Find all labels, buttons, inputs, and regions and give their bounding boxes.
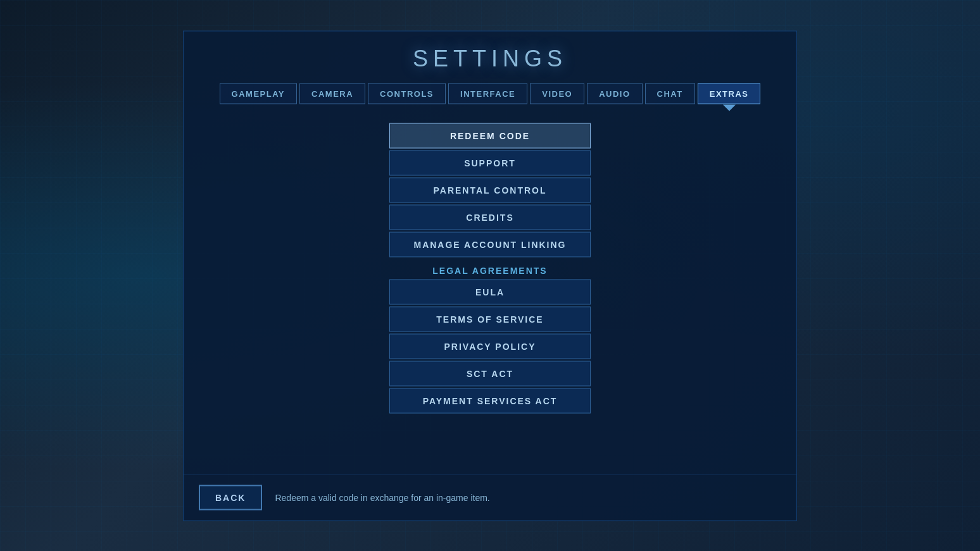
tab-interface[interactable]: INTERFACE bbox=[448, 83, 527, 104]
tab-chat[interactable]: CHAT bbox=[645, 83, 695, 104]
content-area: REDEEM CODESUPPORTPARENTAL CONTROLCREDIT… bbox=[184, 110, 796, 474]
settings-panel: SETTINGS GAMEPLAYCAMERACONTROLSINTERFACE… bbox=[183, 30, 797, 521]
menu-item-terms-of-service[interactable]: TERMS OF SERVICE bbox=[389, 306, 591, 331]
menu-item-credits[interactable]: CREDITS bbox=[389, 204, 591, 230]
tab-camera[interactable]: CAMERA bbox=[299, 83, 365, 104]
menu-item-support[interactable]: SUPPORT bbox=[389, 150, 591, 175]
menu-item-parental-control[interactable]: PARENTAL CONTROL bbox=[389, 177, 591, 202]
tab-controls[interactable]: CONTROLS bbox=[368, 83, 446, 104]
tab-audio[interactable]: AUDIO bbox=[587, 83, 642, 104]
legal-agreements-label: LEGAL AGREEMENTS bbox=[432, 265, 547, 275]
menu-item-privacy-policy[interactable]: PRIVACY POLICY bbox=[389, 333, 591, 359]
menu-item-payment-services-act[interactable]: PAYMENT SERVICES ACT bbox=[389, 388, 591, 413]
menu-item-sct-act[interactable]: SCT ACT bbox=[389, 361, 591, 386]
tab-extras[interactable]: EXTRAS bbox=[698, 83, 761, 104]
settings-title: SETTINGS bbox=[184, 31, 796, 83]
back-button[interactable]: BACK bbox=[199, 485, 262, 510]
tab-video[interactable]: VIDEO bbox=[530, 83, 584, 104]
tabs-bar: GAMEPLAYCAMERACONTROLSINTERFACEVIDEOAUDI… bbox=[184, 83, 796, 104]
menu-item-manage-account-linking[interactable]: MANAGE ACCOUNT LINKING bbox=[389, 232, 591, 257]
status-text: Redeem a valid code in exchange for an i… bbox=[275, 492, 489, 502]
menu-item-eula[interactable]: EULA bbox=[389, 279, 591, 304]
tab-gameplay[interactable]: GAMEPLAY bbox=[220, 83, 297, 104]
bottom-bar: BACK Redeem a valid code in exchange for… bbox=[184, 474, 796, 520]
menu-item-redeem-code[interactable]: REDEEM CODE bbox=[389, 123, 591, 148]
